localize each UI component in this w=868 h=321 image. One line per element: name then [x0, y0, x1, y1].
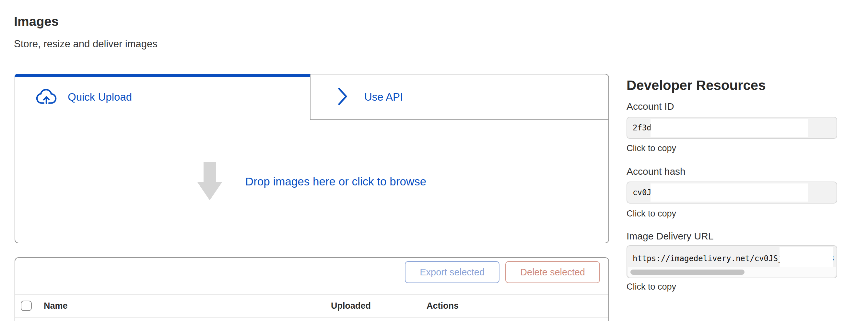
tab-quick-upload[interactable]: Quick Upload [15, 74, 310, 120]
select-all-checkbox[interactable] [21, 300, 32, 311]
account-hash-field[interactable]: cv0J [626, 182, 837, 204]
tab-use-api-label: Use API [364, 91, 403, 103]
account-id-label: Account ID [626, 101, 674, 112]
tab-use-api[interactable]: Use API [311, 74, 609, 120]
image-delivery-url-copy-hint[interactable]: Click to copy [626, 282, 676, 292]
account-id-copy-hint[interactable]: Click to copy [626, 143, 676, 153]
dropzone-label: Drop images here or click to browse [245, 175, 426, 188]
tab-quick-upload-label: Quick Upload [68, 91, 132, 103]
scrollbar-thumb[interactable] [630, 270, 745, 275]
export-selected-button[interactable]: Export selected [405, 261, 499, 283]
redaction-overlay [651, 183, 808, 202]
column-header-actions: Actions [427, 300, 459, 311]
account-id-field[interactable]: 2f3d [626, 117, 837, 139]
cloud-upload-icon [36, 89, 57, 105]
page-title: Images [14, 14, 59, 29]
down-arrow-icon [197, 162, 222, 201]
upload-card: Quick Upload Use API Drop images here or… [14, 74, 609, 243]
image-dropzone[interactable]: Drop images here or click to browse [15, 120, 609, 243]
account-hash-copy-hint[interactable]: Click to copy [626, 209, 676, 219]
image-table-card: Export selected Delete selected Name Upl… [14, 257, 609, 321]
table-toolbar: Export selected Delete selected [405, 261, 600, 283]
column-header-name: Name [44, 300, 68, 311]
account-hash-label: Account hash [626, 166, 685, 177]
column-header-uploaded: Uploaded [331, 300, 371, 311]
account-id-value: 2f3d [633, 123, 651, 132]
redaction-overlay [651, 119, 808, 137]
developer-resources-heading: Developer Resources [626, 78, 766, 93]
images-page: Images Store, resize and deliver images … [0, 0, 868, 321]
redaction-overlay [779, 247, 833, 268]
image-delivery-url-value: https://imagedelivery.net/cv0JSj [633, 254, 782, 263]
image-delivery-url-field[interactable]: https://imagedelivery.net/cv0JSj 3 [626, 245, 837, 278]
account-hash-value: cv0J [633, 188, 651, 197]
chevron-right-icon [338, 87, 347, 107]
page-subtitle: Store, resize and deliver images [14, 38, 157, 50]
image-delivery-url-label: Image Delivery URL [626, 231, 713, 242]
horizontal-scrollbar [628, 267, 836, 277]
table-header-row: Name Uploaded Actions [15, 294, 609, 317]
delete-selected-button[interactable]: Delete selected [505, 261, 600, 283]
